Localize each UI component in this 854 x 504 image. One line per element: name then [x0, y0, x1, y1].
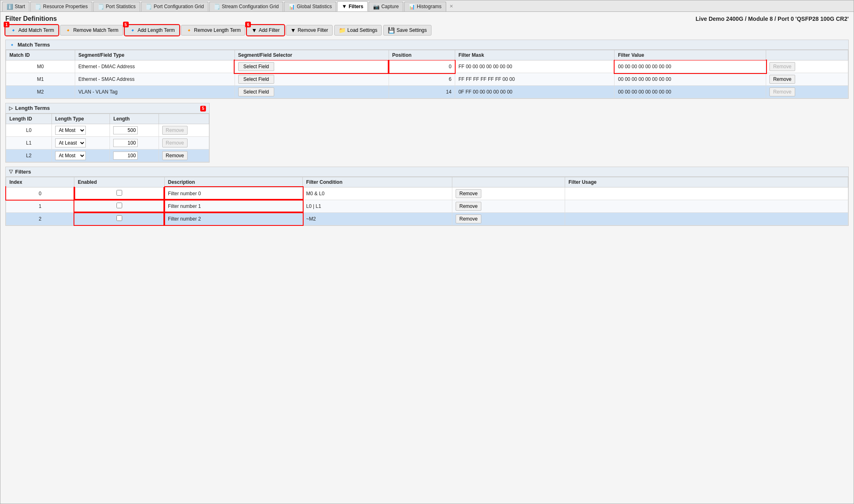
length-terms-section: ▷ Length Terms 5 Length ID Length Type L…	[5, 103, 210, 163]
filter-enabled-checkbox-0[interactable]	[116, 190, 122, 196]
match-term-row: M1Ethernet - SMAC AddressSelect Field6FF…	[6, 73, 848, 86]
tab-filters[interactable]: ▼ Filters	[337, 1, 368, 11]
remove-match-button-M0[interactable]: Remove	[769, 62, 795, 71]
length-value-cell	[110, 124, 159, 136]
tab-histograms[interactable]: 📊 Histograms	[404, 2, 446, 11]
match-terms-header: 🔹 Match Terms	[6, 40, 848, 50]
add-filter-button[interactable]: ▼ Add Filter	[247, 25, 284, 36]
page-title: Filter Definitions	[5, 15, 57, 22]
filter-mask-cell: 0F FF 00 00 00 00 00 00	[455, 86, 615, 98]
segment-type-cell: Ethernet - SMAC Address	[75, 73, 235, 86]
filter-remove-cell: Remove	[452, 212, 565, 225]
match-terms-body: M0Ethernet - DMAC AddressSelect Field0FF…	[6, 60, 848, 98]
length-input-L0[interactable]	[113, 126, 138, 134]
port-label: Live Demo 2400G / Module 8 / Port 0 'QSF…	[695, 16, 849, 22]
remove-length-button-L0[interactable]: Remove	[162, 126, 188, 135]
segment-type-cell: VLAN - VLAN Tag	[75, 86, 235, 98]
tab-resource-props[interactable]: 🗒️ Resource Properties	[30, 2, 92, 11]
filter-condition-cell: L0 | L1	[303, 200, 452, 212]
length-id-cell: L2	[6, 149, 52, 162]
add-match-term-icon: 🔹	[10, 27, 17, 33]
remove-filter-button-1[interactable]: Remove	[456, 202, 481, 211]
filter-condition-cell: M0 & L0	[303, 187, 452, 200]
remove-length-term-button[interactable]: 🔸 Remove Length Term	[181, 25, 246, 36]
length-id-cell: L1	[6, 136, 52, 149]
filters-icon: ▼	[342, 3, 347, 9]
remove-match-term-icon: 🔸	[65, 27, 72, 33]
length-input-L2[interactable]	[113, 152, 138, 160]
filter-enabled-checkbox-2[interactable]	[116, 215, 122, 221]
filter-usage-cell	[565, 187, 848, 200]
filter-description-cell: Filter number 0	[164, 187, 302, 200]
length-type-select-L1[interactable]: At MostAt LeastExactly	[55, 138, 86, 147]
remove-length-button-L2[interactable]: Remove	[162, 151, 188, 160]
length-input-L1[interactable]	[113, 139, 138, 147]
length-type-cell: At MostAt LeastExactly	[51, 124, 110, 136]
col-filter-value: Filter Value	[615, 50, 766, 60]
tab-start[interactable]: ℹ️ Start	[2, 2, 29, 11]
col-length-id: Length ID	[6, 114, 52, 124]
tab-stream-config[interactable]: 🗒️ Stream Configuration Grid	[209, 2, 283, 11]
match-terms-icon: 🔹	[9, 42, 15, 48]
tab-port-config[interactable]: 🗒️ Port Configuration Grid	[141, 2, 208, 11]
add-length-term-button[interactable]: 🔹 Add Length Term	[125, 25, 179, 36]
tab-global-stats[interactable]: 📊 Global Statistics	[284, 2, 336, 11]
filter-enabled-checkbox-1[interactable]	[116, 203, 122, 208]
filters-table: Index Enabled Description Filter Conditi…	[6, 177, 848, 225]
badge-5b: 5	[200, 106, 206, 112]
tab-port-stats[interactable]: 🗒️ Port Statistics	[93, 2, 140, 11]
length-value-cell	[110, 136, 159, 149]
filters-header: ▽ Filters	[6, 167, 848, 177]
badge-6: 6	[245, 22, 251, 27]
filter-mask-cell: FF FF FF FF FF FF 00 00	[455, 73, 615, 86]
filter-row: 0Filter number 0M0 & L0Remove	[6, 187, 848, 200]
add-filter-icon: ▼	[251, 27, 257, 33]
filter-value-cell: 00 00 00 00 00 00 00 00	[615, 73, 766, 86]
tab-capture[interactable]: 📷 Capture	[369, 2, 403, 11]
filters-body: 0Filter number 0M0 & L0Remove1Filter num…	[6, 187, 848, 225]
remove-match-button-M1[interactable]: Remove	[769, 75, 795, 84]
col-filter-mask: Filter Mask	[455, 50, 615, 60]
length-terms-header-row: Length ID Length Type Length	[6, 114, 209, 124]
add-match-term-button[interactable]: 🔹 Add Match Term	[5, 25, 58, 36]
filter-index-cell: 1	[6, 200, 74, 212]
filter-description-cell: Filter number 2	[164, 212, 302, 225]
length-id-cell: L0	[6, 124, 52, 136]
length-remove-cell: Remove	[159, 124, 209, 136]
col-filter-remove	[452, 177, 565, 187]
col-length-actions	[159, 114, 209, 124]
filter-row: 2Filter number 2~M2Remove	[6, 212, 848, 225]
load-settings-button[interactable]: 📁 Load Settings	[334, 25, 382, 36]
save-settings-button[interactable]: 💾 Save Settings	[383, 25, 431, 36]
col-segment-field-type: Segment/Field Type	[75, 50, 235, 60]
select-field-button-M2[interactable]: Select Field	[238, 87, 275, 96]
stream-config-icon: 🗒️	[214, 4, 220, 10]
select-field-button-M1[interactable]: Select Field	[238, 75, 275, 84]
window-close-button[interactable]: ✕	[449, 4, 453, 9]
remove-filter-button-0[interactable]: Remove	[456, 189, 481, 198]
select-field-button-M0[interactable]: Select Field	[238, 62, 275, 71]
remove-filter-button[interactable]: ▼ Remove Filter	[286, 25, 333, 36]
filter-row: 1Filter number 1L0 | L1Remove	[6, 200, 848, 212]
col-filter-enabled: Enabled	[74, 177, 165, 187]
filter-usage-cell	[565, 212, 848, 225]
remove-filter-button-2[interactable]: Remove	[456, 214, 481, 223]
remove-cell: Remove	[766, 60, 848, 73]
match-term-row: M2VLAN - VLAN TagSelect Field140F FF 00 …	[6, 86, 848, 98]
match-terms-header-row: Match ID Segment/Field Type Segment/Fiel…	[6, 50, 848, 60]
length-type-cell: At MostAt LeastExactly	[51, 136, 110, 149]
length-type-select-L0[interactable]: At MostAt LeastExactly	[55, 126, 86, 135]
remove-length-term-icon: 🔸	[186, 27, 192, 33]
tab-bar: ℹ️ Start 🗒️ Resource Properties 🗒️ Port …	[0, 0, 854, 12]
main-content: Filter Definitions Live Demo 2400G / Mod…	[0, 12, 854, 504]
remove-match-term-button[interactable]: 🔸 Remove Match Term	[60, 25, 123, 36]
length-value-cell	[110, 149, 159, 162]
length-type-select-L2[interactable]: At MostAt LeastExactly	[55, 151, 86, 160]
segment-selector-cell: Select Field	[235, 73, 389, 86]
remove-length-button-L1[interactable]: Remove	[162, 138, 188, 147]
position-cell: 14	[389, 86, 455, 98]
remove-filter-icon: ▼	[291, 27, 296, 33]
badge-5: 5	[123, 22, 129, 27]
remove-match-button-M2[interactable]: Remove	[769, 87, 795, 96]
global-stats-icon: 📊	[288, 4, 295, 10]
